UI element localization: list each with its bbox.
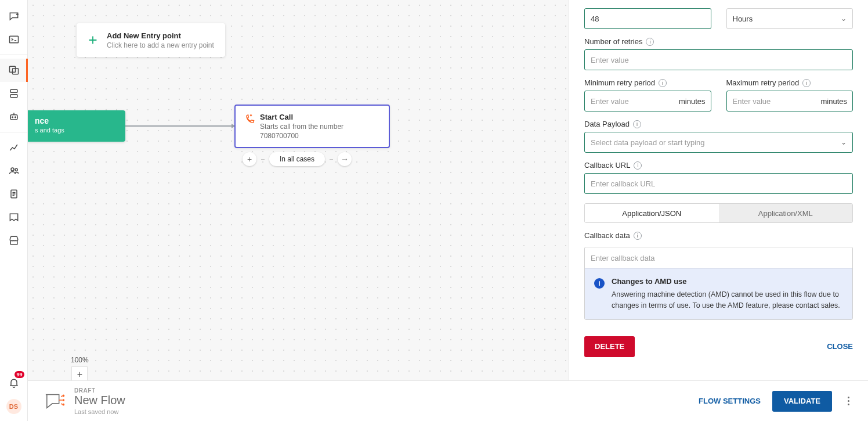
- flow-status-tag: DRAFT: [74, 387, 125, 394]
- svg-point-10: [11, 168, 14, 171]
- min-retry-unit: minutes: [679, 91, 706, 111]
- info-icon[interactable]: i: [802, 79, 811, 87]
- info-solid-icon: i: [594, 278, 605, 289]
- svg-rect-6: [10, 95, 17, 98]
- retries-input[interactable]: [584, 49, 853, 70]
- info-icon[interactable]: i: [659, 79, 667, 87]
- alert-body: Answering machine detection (AMD) cannot…: [612, 289, 843, 311]
- branch-chip[interactable]: In all cases: [269, 152, 325, 166]
- validity-unit-value: Hours: [733, 15, 753, 23]
- avatar[interactable]: DS: [6, 399, 21, 414]
- flow-saved-status: Last saved now: [74, 408, 125, 415]
- bookmark-icon[interactable]: [0, 206, 28, 229]
- svg-point-13: [62, 394, 64, 397]
- validity-value-input[interactable]: [584, 8, 711, 29]
- people-icon[interactable]: [0, 159, 28, 182]
- callback-url-input[interactable]: [584, 173, 853, 194]
- trigger-title: nce: [35, 116, 118, 125]
- tab-json[interactable]: Application/JSON: [585, 204, 719, 222]
- node-output-row: + In all cases →: [243, 152, 352, 166]
- info-icon[interactable]: i: [634, 232, 642, 240]
- svg-point-0: [16, 14, 17, 15]
- templates-icon[interactable]: [0, 82, 28, 105]
- chevron-down-icon: ⌄: [841, 138, 847, 146]
- flow-canvas[interactable]: Add New Entry point Click here to add a …: [28, 0, 569, 421]
- svg-point-14: [62, 399, 64, 401]
- info-icon[interactable]: i: [646, 38, 654, 46]
- retries-label: Number of retriesi: [584, 37, 853, 46]
- payload-placeholder: Select data payload or start typing: [591, 138, 705, 147]
- close-button[interactable]: CLOSE: [827, 342, 853, 351]
- max-retry-unit: minutes: [820, 91, 847, 111]
- content-type-tabs: Application/JSON Application/XML: [584, 203, 853, 223]
- entry-subtitle: Click here to add a new entry point: [107, 41, 214, 49]
- phone-icon: [244, 113, 260, 140]
- svg-point-15: [62, 403, 64, 405]
- add-entry-point-card[interactable]: Add New Entry point Click here to add a …: [77, 23, 225, 57]
- analytics-icon[interactable]: [0, 136, 28, 159]
- footer-bar: DRAFT New Flow Last saved now FLOW SETTI…: [28, 380, 868, 421]
- start-call-node[interactable]: Start Call Starts call from the number 7…: [234, 105, 390, 148]
- properties-panel: Hours ⌄ Number of retriesi Minimum retry…: [569, 0, 868, 421]
- store-icon[interactable]: [0, 229, 28, 252]
- start-call-number: 7080700700: [260, 132, 343, 140]
- chat-icon[interactable]: [0, 5, 28, 28]
- payload-label: Data Payloadi: [584, 120, 853, 128]
- max-retry-label: Maximum retry periodi: [726, 78, 853, 87]
- svg-rect-5: [10, 89, 17, 92]
- flow-icon: [43, 392, 68, 411]
- amd-alert: i Changes to AMD use Answering machine d…: [585, 268, 852, 319]
- connector-line: [125, 125, 234, 127]
- flow-nav-icon[interactable]: [0, 59, 28, 82]
- notif-badge: 99: [15, 371, 24, 378]
- zoom-level: 100%: [71, 356, 89, 364]
- callback-url-label: Callback URLi: [584, 161, 853, 170]
- tab-xml[interactable]: Application/XML: [719, 204, 853, 222]
- info-icon[interactable]: i: [634, 161, 642, 170]
- svg-point-11: [15, 168, 17, 171]
- validity-unit-select[interactable]: Hours ⌄: [726, 8, 853, 29]
- left-rail: 99 DS: [0, 0, 28, 421]
- bot-icon[interactable]: [0, 105, 28, 128]
- plus-icon: [85, 32, 101, 48]
- delete-button[interactable]: DELETE: [584, 336, 635, 357]
- info-icon[interactable]: i: [633, 120, 641, 128]
- svg-point-8: [12, 117, 13, 118]
- min-retry-label: Minimum retry periodi: [584, 78, 711, 87]
- payload-select[interactable]: Select data payload or start typing ⌄: [584, 132, 853, 153]
- more-menu-button[interactable]: [844, 397, 853, 405]
- svg-point-1: [17, 14, 18, 15]
- add-branch-button[interactable]: +: [243, 152, 256, 166]
- chevron-down-icon: ⌄: [841, 15, 847, 23]
- branch-continue-button[interactable]: →: [338, 152, 352, 166]
- alert-title: Changes to AMD use: [612, 277, 843, 286]
- start-call-desc: Starts call from the number: [260, 123, 343, 131]
- callback-data-input[interactable]: [585, 247, 852, 268]
- flow-title: New Flow: [74, 394, 125, 407]
- entry-title: Add New Entry point: [107, 31, 214, 40]
- svg-point-9: [15, 117, 16, 118]
- start-call-title: Start Call: [260, 113, 343, 121]
- svg-rect-2: [9, 36, 18, 43]
- validate-button[interactable]: VALIDATE: [772, 391, 832, 412]
- flow-settings-button[interactable]: FLOW SETTINGS: [699, 397, 761, 405]
- trigger-node[interactable]: nce s and tags: [28, 110, 125, 142]
- doc-icon[interactable]: [0, 182, 28, 206]
- terminal-icon[interactable]: [0, 28, 28, 51]
- trigger-sub: s and tags: [35, 127, 118, 134]
- notifications-icon[interactable]: 99: [0, 371, 28, 394]
- callback-data-label: Callback datai: [584, 231, 853, 240]
